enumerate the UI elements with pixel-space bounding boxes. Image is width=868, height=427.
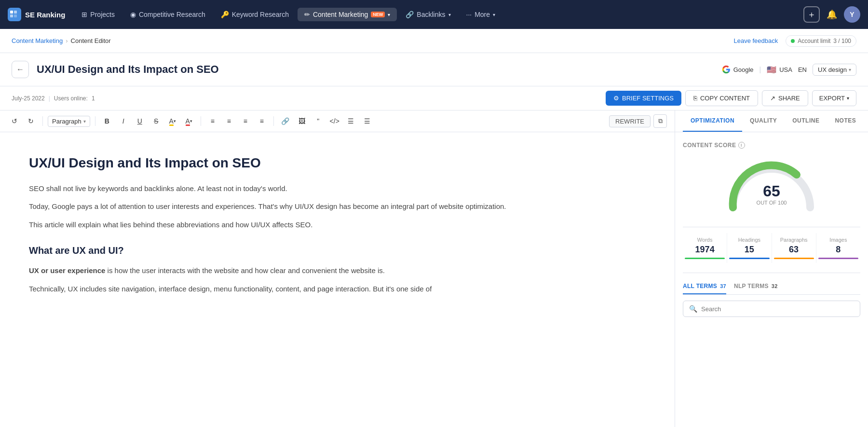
tab-notes[interactable]: NOTES xyxy=(827,110,864,132)
stat-paragraphs-bar xyxy=(774,258,814,259)
redo-button[interactable]: ↻ xyxy=(24,114,38,128)
terms-search-input[interactable] xyxy=(701,305,854,313)
terms-tab-nlp-count: 32 xyxy=(772,283,778,289)
undo-button[interactable]: ↺ xyxy=(8,114,21,128)
image-button[interactable]: 🖼 xyxy=(295,114,309,128)
account-limit-value: 3 / 100 xyxy=(833,38,851,44)
strikethrough-button[interactable]: S xyxy=(149,114,163,128)
list-unordered-button[interactable]: ☰ xyxy=(344,114,358,128)
quote-button[interactable]: " xyxy=(312,114,325,128)
chart-icon: ◉ xyxy=(130,11,136,18)
nav-projects[interactable]: ⊞ Projects xyxy=(75,8,122,21)
tab-notes-label: NOTES xyxy=(835,117,856,124)
app-logo[interactable]: SE Ranking xyxy=(8,8,65,21)
editor-content-area[interactable]: UX/UI Design and Its Impact on SEO SEO s… xyxy=(0,132,675,427)
italic-button[interactable]: I xyxy=(117,114,130,128)
nav-content-marketing[interactable]: ✏ Content Marketing NEW ▾ xyxy=(298,8,397,21)
link-icon: 🔗 xyxy=(406,11,414,18)
paragraph-format-selector[interactable]: Paragraph ▾ xyxy=(48,116,90,127)
search-engine-label: Google xyxy=(733,66,754,73)
stat-headings: Headings 15 xyxy=(727,233,771,263)
toolbar-separator-4 xyxy=(273,116,274,126)
bold-button[interactable]: B xyxy=(100,114,114,128)
tab-optimization-label: OPTIMIZATION xyxy=(691,117,734,124)
terms-tab-nlp[interactable]: NLP TERMS 32 xyxy=(734,279,778,294)
nav-projects-label: Projects xyxy=(90,11,115,18)
stat-headings-value: 15 xyxy=(729,245,769,255)
brief-settings-button[interactable]: ⚙ BRIEF SETTINGS xyxy=(606,91,681,106)
stat-words-value: 1974 xyxy=(685,245,725,255)
search-engine-selector[interactable]: Google xyxy=(722,65,754,74)
stat-images-value: 8 xyxy=(818,245,858,255)
back-button[interactable]: ← xyxy=(12,61,29,78)
font-color-button[interactable]: A ▾ xyxy=(182,114,196,128)
copy-content-button[interactable]: ⎘ COPY CONTENT xyxy=(685,90,758,106)
document-title: UX/UI Design and Its Impact on SEO xyxy=(37,63,714,76)
info-icon[interactable]: i xyxy=(738,142,745,149)
score-number: 65 xyxy=(757,183,787,199)
divider-1 xyxy=(683,273,860,273)
nav-content-label: Content Marketing xyxy=(313,11,368,18)
nav-keyword-research[interactable]: 🔑 Keyword Research xyxy=(214,8,296,21)
leave-feedback-link[interactable]: Leave feedback xyxy=(733,37,778,44)
avatar[interactable]: Y xyxy=(844,6,860,23)
chevron-down-icon-backlinks: ▾ xyxy=(448,12,451,17)
sliders-icon: ⧉ xyxy=(658,117,663,125)
terms-search-box[interactable]: 🔍 xyxy=(683,301,860,317)
article-p4: UX or user experience is how the user in… xyxy=(29,264,646,277)
highlight-button[interactable]: A ▾ xyxy=(166,114,179,128)
content-score-label: CONTENT SCORE xyxy=(683,142,736,149)
stat-words-bar xyxy=(685,258,725,259)
share-button[interactable]: ↗ SHARE xyxy=(762,90,808,106)
nav-competitive-research[interactable]: ◉ Competitive Research xyxy=(123,8,212,21)
nav-more[interactable]: ··· More ▾ xyxy=(460,8,502,21)
flag-usa-icon: 🇺🇸 xyxy=(767,65,776,74)
stat-images: Images 8 xyxy=(816,233,860,263)
rewrite-label: REWRITE xyxy=(615,118,644,125)
list-ordered-button[interactable]: ☰ xyxy=(361,114,374,128)
language-label: EN xyxy=(798,66,807,73)
right-panel: OPTIMIZATION QUALITY OUTLINE NOTES CONTE… xyxy=(675,110,868,427)
code-button[interactable]: </> xyxy=(328,114,341,128)
add-button[interactable]: ＋ xyxy=(803,6,820,23)
breadcrumb-bar: Content Marketing › Content Editor Leave… xyxy=(0,29,868,53)
country-label: USA xyxy=(779,66,792,73)
copy-content-label: COPY CONTENT xyxy=(700,95,750,102)
gear-icon: ⚙ xyxy=(613,95,619,102)
terms-tab-all-count: 37 xyxy=(720,283,726,289)
meta-info: July-25 2022 | Users online: 1 xyxy=(12,95,95,102)
align-left-button[interactable]: ≡ xyxy=(206,114,219,128)
nav-backlinks[interactable]: 🔗 Backlinks ▾ xyxy=(399,8,457,21)
account-limit-label: Account limit xyxy=(798,38,830,44)
align-justify-button[interactable]: ≡ xyxy=(255,114,269,128)
link-button[interactable]: 🔗 xyxy=(279,114,292,128)
chevron-down-icon-highlight: ▾ xyxy=(174,119,176,124)
toolbar-separator-3 xyxy=(201,116,201,126)
article-h1: UX/UI Design and Its Impact on SEO xyxy=(29,152,646,175)
underline-button[interactable]: U xyxy=(133,114,147,128)
nav-keyword-label: Keyword Research xyxy=(232,11,289,18)
topnav-actions: ＋ 🔔 Y xyxy=(803,6,860,23)
users-online-count: 1 xyxy=(92,95,95,102)
stat-images-bar xyxy=(818,258,858,259)
align-right-button[interactable]: ≡ xyxy=(239,114,252,128)
brief-settings-label: BRIEF SETTINGS xyxy=(622,95,674,102)
rewrite-button[interactable]: REWRITE xyxy=(609,115,651,127)
notifications-button[interactable]: 🔔 xyxy=(824,6,840,23)
editor-settings-button[interactable]: ⧉ xyxy=(653,114,667,128)
editor-panel: ↺ ↻ Paragraph ▾ B I U S A ▾ A ▾ xyxy=(0,110,675,427)
country-selector[interactable]: 🇺🇸 USA xyxy=(767,65,792,74)
share-icon: ↗ xyxy=(770,95,775,102)
main-area: ↺ ↻ Paragraph ▾ B I U S A ▾ A ▾ xyxy=(0,110,868,427)
keyword-selector[interactable]: UX design ▾ xyxy=(813,64,856,76)
terms-tab-all-label: ALL TERMS xyxy=(683,283,717,289)
terms-tab-all[interactable]: ALL TERMS 37 xyxy=(683,279,726,294)
stat-headings-bar xyxy=(729,258,769,259)
tab-quality[interactable]: QUALITY xyxy=(742,110,785,132)
stat-words: Words 1974 xyxy=(683,233,727,263)
align-center-button[interactable]: ≡ xyxy=(222,114,236,128)
tab-optimization[interactable]: OPTIMIZATION xyxy=(683,110,742,132)
breadcrumb-parent[interactable]: Content Marketing xyxy=(12,37,63,44)
tab-outline[interactable]: OUTLINE xyxy=(785,110,827,132)
export-button[interactable]: EXPORT ▾ xyxy=(812,90,856,106)
